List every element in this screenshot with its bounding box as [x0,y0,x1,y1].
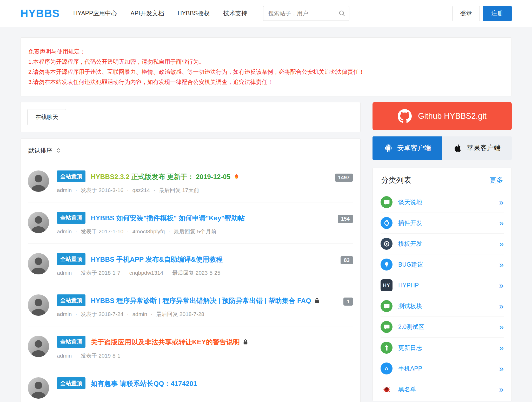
avatar[interactable] [28,377,49,399]
avatar[interactable] [28,294,49,316]
category-row-谈天说地[interactable]: 谈天说地 » [381,192,504,213]
nav-item-support[interactable]: 技术支持 [223,9,247,17]
category-row-黑名单[interactable]: 黑名单 » [381,379,504,400]
thread-row: 全站置顶 HYBBS 如何安装"插件模板" 如何申请"Key"帮助帖 admin… [28,202,353,244]
meta-text: 发表于 2018-1-7 [81,269,121,276]
thread-body: 全站置顶 关于盗版应用以及非法共享或转让KEY的警告说明 admin·发表于 2… [57,336,353,359]
lens-icon [381,238,393,250]
content-columns: 在线聊天 默认排序 全站置顶 HYBBS2.3.2 正式版发布 更新于： 201… [20,102,512,402]
person-icon [28,212,49,233]
category-row-模板开发[interactable]: 模板开发 » [381,234,504,254]
thread-body: 全站置顶 HYBBS 手机APP 发布&自助编译&使用教程 admin·发表于 … [57,253,334,276]
online-chat-button[interactable]: 在线聊天 [27,109,66,125]
hyphp-icon: HY [381,279,393,291]
thread-title-text: HYBBS2.3.2 [91,173,131,181]
meta-text: 最后回复 2023-5-25 [172,269,221,276]
app-download-row: 安卓客户端 苹果客户端 [373,136,512,160]
thread-title-line: 全站置顶 HYBBS 程序异常诊断 | 程序异常出错解决 | 预防异常出错 | … [57,294,337,306]
category-row-插件开发[interactable]: 插件开发 » [381,213,504,234]
meta-separator: · [167,270,169,276]
search-icon[interactable] [338,10,346,17]
sidebar: Github HYBBS2.git 安卓客户端 苹果客户端 [373,102,512,401]
category-row-更新日志[interactable]: 更新日志 » [381,338,504,358]
meta-text: 发表于 2018-7-24 [81,311,124,318]
category-row-2.0测试区[interactable]: 2.0测试区 » [381,317,504,338]
thread-row: 全站置顶 关于盗版应用以及非法共享或转让KEY的警告说明 admin·发表于 2… [28,326,353,368]
bulb-icon [381,259,393,271]
nav-item-api-docs[interactable]: API开发文档 [130,9,164,17]
avatar[interactable] [28,170,49,192]
avatar[interactable] [28,336,49,357]
thread-title-text: 更新于： 2019-12-05 [167,173,230,181]
watch-icon [381,217,393,229]
thread-row: 全站置顶 HYBBS 程序异常诊断 | 程序异常出错解决 | 预防异常出错 | … [28,285,353,326]
fire-icon [232,173,240,180]
sort-order-icon[interactable] [55,147,62,154]
person-icon [28,294,49,316]
android-icon [384,143,393,153]
reply-count-badge: 83 [341,256,353,264]
thread-title-link[interactable]: HYBBS 如何安装"插件模板" 如何申请"Key"帮助帖 [91,214,244,222]
search-input[interactable] [263,6,349,21]
thread-title-link[interactable]: 关于盗版应用以及非法共享或转让KEY的警告说明 [91,338,248,346]
pinned-badge[interactable]: 全站置顶 [57,253,85,265]
meta-separator: · [127,229,129,234]
thread-title-link[interactable]: HYBBS2.3.2 正式版发布 更新于： 2019-12-05 [91,173,240,181]
person-icon [28,170,49,192]
github-button[interactable]: Github HYBBS2.git [373,102,512,130]
meta-user-link[interactable]: admin [57,228,72,235]
category-list-title: 分类列表 [381,175,411,186]
avatar[interactable] [28,253,49,274]
category-card: 分类列表 更多 谈天说地 » 插件开发 » 模板开发 » BUG建议 » HY … [373,168,512,401]
meta-text: 最后回复 2018-7-28 [156,311,204,318]
apple-client-button[interactable]: 苹果客户端 [442,136,512,160]
pinned-badge[interactable]: 全站置顶 [57,170,85,182]
thread-title-text: HYBBS 手机APP 发布&自助编译&使用教程 [91,255,223,263]
pinned-badge[interactable]: 全站置顶 [57,294,85,306]
more-link[interactable]: 更多 [490,176,503,185]
register-button[interactable]: 注册 [483,6,512,21]
thread-title-link[interactable]: HYBBS 手机APP 发布&自助编译&使用教程 [91,255,223,263]
double-chevron-right-icon: » [499,385,504,393]
chat-icon [381,321,393,333]
double-chevron-right-icon: » [499,240,504,248]
thread-title-line: 全站置顶 HYBBS 手机APP 发布&自助编译&使用教程 [57,253,334,265]
meta-user-link[interactable]: 4moct8bplyfq [132,228,165,235]
main-column: 在线聊天 默认排序 全站置顶 HYBBS2.3.2 正式版发布 更新于： 201… [20,102,361,402]
meta-user-link[interactable]: admin [132,311,147,317]
thread-body: 全站置顶 HYBBS 程序异常诊断 | 程序异常出错解决 | 预防异常出错 | … [57,294,337,318]
nav-item-hyapp[interactable]: HYAPP应用中心 [73,9,117,17]
notice-line: 1.本程序为开源程序，代码公开透明无加密，请勿私自用于商业行为。 [28,57,504,67]
thread-title-text: 关于盗版应用以及非法共享或转让KEY的警告说明 [91,338,240,346]
pinned-badge[interactable]: 全站置顶 [57,377,85,389]
category-row-HYPHP[interactable]: HY HYPHP » [381,275,504,296]
sort-label[interactable]: 默认排序 [28,147,52,155]
lock-icon [242,339,249,345]
nav-item-license[interactable]: HYBBS授权 [177,9,210,17]
pinned-badge[interactable]: 全站置顶 [57,336,85,348]
category-label: HYPHP [398,282,499,289]
meta-user-link[interactable]: admin [57,353,72,359]
thread-title-text: HYBBS 程序异常诊断 | 程序异常出错解决 | 预防异常出错 | 帮助集合 … [91,297,311,305]
thread-title-text: 如有急事 请联系站长QQ：4174201 [91,380,197,387]
meta-user-link[interactable]: admin [57,311,72,317]
category-list: 谈天说地 » 插件开发 » 模板开发 » BUG建议 » HY HYPHP » … [381,192,504,400]
category-row-手机APP[interactable]: A 手机APP » [381,358,504,379]
meta-user-link[interactable]: admin [57,187,72,193]
meta-text: 发表于 2016-3-16 [81,187,124,194]
meta-user-link[interactable]: admin [57,270,72,276]
category-row-测试板块[interactable]: 测试板块 » [381,296,504,317]
meta-user-link[interactable]: cnqbpdw1314 [129,270,163,276]
logo[interactable]: HYBBS [20,7,60,20]
android-client-button[interactable]: 安卓客户端 [373,136,442,160]
thread-title-link[interactable]: 如有急事 请联系站长QQ：4174201 [91,380,197,387]
category-row-BUG建议[interactable]: BUG建议 » [381,254,504,275]
avatar[interactable] [28,212,49,233]
category-label: 手机APP [398,365,499,373]
category-card-header: 分类列表 更多 [381,168,504,192]
pinned-badge[interactable]: 全站置顶 [57,212,85,224]
thread-title-link[interactable]: HYBBS 程序异常诊断 | 程序异常出错解决 | 预防异常出错 | 帮助集合 … [91,297,320,305]
login-button[interactable]: 登录 [452,6,480,21]
meta-user-link[interactable]: qsz214 [132,187,150,193]
thread-meta: admin·发表于 2018-1-7·cnqbpdw1314·最后回复 2023… [57,269,334,276]
